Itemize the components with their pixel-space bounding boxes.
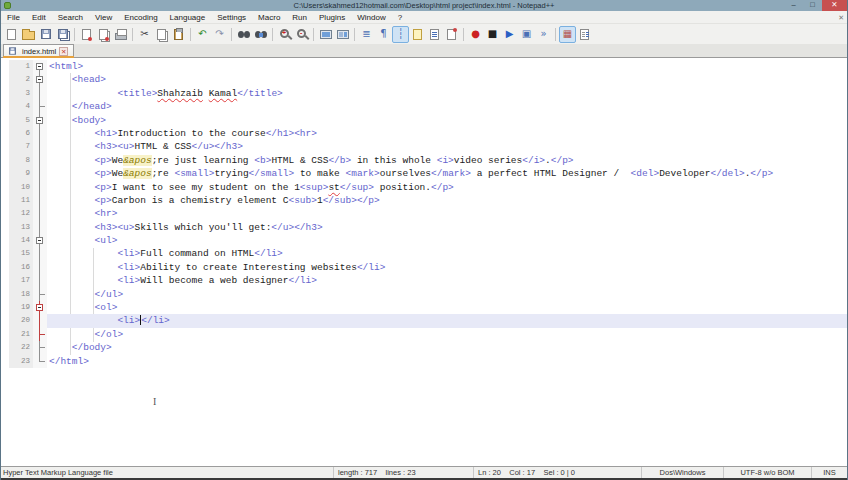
bookmark-margin[interactable] <box>1 274 9 287</box>
menu-item-macro[interactable]: Macro <box>252 11 286 24</box>
menu-item-file[interactable]: File <box>1 11 26 24</box>
find-icon[interactable] <box>235 26 252 43</box>
code-line-15[interactable]: 15 <li>Full command on HTML</li> <box>1 247 847 260</box>
sync-vertical-icon[interactable] <box>317 26 334 43</box>
sync-horizontal-icon[interactable] <box>334 26 351 43</box>
code-line-13[interactable]: 13 <h3><u>Skills which you'll get:</u></… <box>1 221 847 234</box>
code-line-7[interactable]: 7 <h3><u>HTML & CSS</u></h3> <box>1 140 847 153</box>
bookmark-margin[interactable] <box>1 194 9 207</box>
multi-paste-icon[interactable]: ▦ <box>559 26 576 43</box>
menu-item-window[interactable]: Window <box>351 11 391 24</box>
menu-item-help[interactable]: ? <box>392 11 408 24</box>
code-line-14[interactable]: 14 <ul> <box>1 234 847 247</box>
copy-icon[interactable] <box>153 26 170 43</box>
menu-item-edit[interactable]: Edit <box>26 11 52 24</box>
close-button[interactable]: ✕ <box>822 0 847 11</box>
zoom-in-icon[interactable] <box>276 26 293 43</box>
fold-marker[interactable] <box>33 301 47 314</box>
code-line-17[interactable]: 17 <li>Will become a web designer</li> <box>1 274 847 287</box>
tab-close-icon[interactable]: ✕ <box>59 47 68 56</box>
code-line-21[interactable]: 21 </ol> <box>1 328 847 341</box>
monitoring-icon[interactable] <box>443 26 460 43</box>
bookmark-margin[interactable] <box>1 301 9 314</box>
code-line-5[interactable]: 5 <body> <box>1 114 847 127</box>
code-line-11[interactable]: 11 <p>Carbon is a chemistry element C<su… <box>1 194 847 207</box>
fold-marker[interactable] <box>33 60 47 73</box>
macro-run-icon[interactable]: » <box>535 26 552 43</box>
fold-marker[interactable] <box>33 114 47 127</box>
new-file-icon[interactable] <box>3 26 20 43</box>
macro-record-icon[interactable]: ● <box>467 26 484 43</box>
menu-item-plugins[interactable]: Plugins <box>313 11 351 24</box>
bookmark-margin[interactable] <box>1 87 9 100</box>
fold-marker[interactable] <box>33 234 47 247</box>
bookmark-margin[interactable] <box>1 140 9 153</box>
bookmark-margin[interactable] <box>1 73 9 86</box>
replace-icon[interactable] <box>252 26 269 43</box>
bookmark-margin[interactable] <box>1 114 9 127</box>
function-list-icon[interactable] <box>426 26 443 43</box>
code-line-20[interactable]: 20 <li></li> <box>1 314 847 327</box>
bookmark-margin[interactable] <box>1 288 9 301</box>
bookmark-margin[interactable] <box>1 207 9 220</box>
code-line-6[interactable]: 6 <h1>Introduction to the course</h1><hr… <box>1 127 847 140</box>
bookmark-margin[interactable] <box>1 247 9 260</box>
menu-item-encoding[interactable]: Encoding <box>118 11 163 24</box>
menu-item-settings[interactable]: Settings <box>211 11 252 24</box>
zoom-out-icon[interactable] <box>293 26 310 43</box>
code-line-9[interactable]: 9 <p>We&apos;re <small>trying</small> to… <box>1 167 847 180</box>
bookmark-margin[interactable] <box>1 100 9 113</box>
code-line-1[interactable]: 1<html> <box>1 60 847 73</box>
bookmark-margin[interactable] <box>1 127 9 140</box>
bookmark-margin[interactable] <box>1 221 9 234</box>
menu-item-run[interactable]: Run <box>286 11 313 24</box>
macro-stop-icon[interactable]: ■ <box>484 26 501 43</box>
menubar-close-icon[interactable]: ✕ <box>838 11 844 24</box>
bookmark-margin[interactable] <box>1 314 9 327</box>
code-line-16[interactable]: 16 <li>Ability to create Interesting web… <box>1 261 847 274</box>
show-all-characters-icon[interactable]: ¶ <box>375 26 392 43</box>
macro-save-icon[interactable]: ▣ <box>518 26 535 43</box>
redo-icon[interactable]: ↷ <box>211 26 228 43</box>
bookmark-margin[interactable] <box>1 154 9 167</box>
tab-index-html[interactable]: index.html ✕ <box>3 44 74 57</box>
open-file-icon[interactable] <box>20 26 37 43</box>
bookmark-margin[interactable] <box>1 167 9 180</box>
paste-icon[interactable] <box>170 26 187 43</box>
code-line-23[interactable]: 23</html> <box>1 355 847 368</box>
bookmark-margin[interactable] <box>1 341 9 354</box>
undo-icon[interactable]: ↶ <box>194 26 211 43</box>
code-line-8[interactable]: 8 <p>We&apos;re just learning <b>HTML & … <box>1 154 847 167</box>
close-all-icon[interactable] <box>95 26 112 43</box>
cut-icon[interactable]: ✂ <box>136 26 153 43</box>
maximize-button[interactable]: □ <box>803 0 822 11</box>
bookmark-margin[interactable] <box>1 60 9 73</box>
word-wrap-icon[interactable]: ≣ <box>358 26 375 43</box>
menu-item-view[interactable]: View <box>89 11 118 24</box>
print-icon[interactable] <box>112 26 129 43</box>
code-line-3[interactable]: 3 <title>Shahzaib Kamal</title> <box>1 87 847 100</box>
close-file-icon[interactable] <box>78 26 95 43</box>
code-line-12[interactable]: 12 <hr> <box>1 207 847 220</box>
code-line-19[interactable]: 19 <ol> <box>1 301 847 314</box>
menu-item-language[interactable]: Language <box>164 11 212 24</box>
code-line-2[interactable]: 2 <head> <box>1 73 847 86</box>
save-all-icon[interactable] <box>54 26 71 43</box>
user-define-dialog-icon[interactable] <box>409 26 426 43</box>
macro-play-icon[interactable]: ▶ <box>501 26 518 43</box>
code-line-18[interactable]: 18 </ul> <box>1 288 847 301</box>
bookmark-margin[interactable] <box>1 234 9 247</box>
bookmark-margin[interactable] <box>1 355 9 368</box>
bookmark-margin[interactable] <box>1 181 9 194</box>
code-line-10[interactable]: 10 <p>I want to see my student on the 1<… <box>1 181 847 194</box>
fold-marker[interactable] <box>33 73 47 86</box>
save-icon[interactable] <box>37 26 54 43</box>
bookmark-margin[interactable] <box>1 261 9 274</box>
bookmark-margin[interactable] <box>1 328 9 341</box>
minimize-button[interactable]: – <box>784 0 803 11</box>
editor-area[interactable]: 1<html>2 <head>3 <title>Shahzaib Kamal</… <box>1 58 847 466</box>
menu-item-search[interactable]: Search <box>52 11 89 24</box>
show-indent-guide-icon[interactable]: ┆ <box>392 26 409 43</box>
doc-map-icon[interactable] <box>576 26 593 43</box>
code-line-22[interactable]: 22 </body> <box>1 341 847 354</box>
